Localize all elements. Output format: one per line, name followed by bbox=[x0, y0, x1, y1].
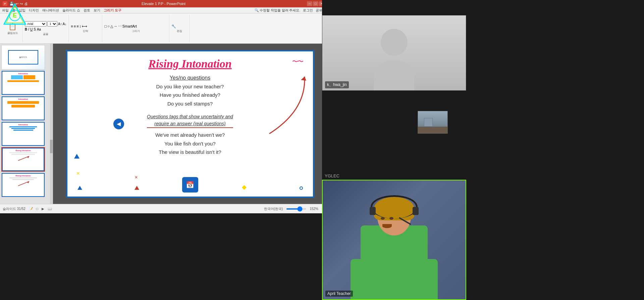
ribbon-paragraph: ≡≡≡ ↕⟷ 단락 bbox=[69, 15, 102, 42]
slide-canvas: 〜〜 Rising Intonation Yes/no questions Do… bbox=[66, 50, 314, 198]
video-small-thumb bbox=[418, 111, 448, 134]
menu-design[interactable]: 디자인 bbox=[29, 8, 39, 13]
april-teacher-label: April Teacher bbox=[325, 291, 353, 297]
menu-view[interactable]: 보기 bbox=[94, 8, 100, 13]
qt-example-3: The view is beautiful isn't it? bbox=[67, 148, 313, 157]
status-bar: 슬라이드 31/52 📝 □ ▶ 📖 한국어(한국) 152% ⊡ bbox=[0, 204, 327, 213]
view-reading-icon[interactable]: 📖 bbox=[48, 207, 52, 211]
video-khwajin: k、hwa_jin bbox=[322, 15, 466, 91]
rising-arrow bbox=[266, 70, 310, 140]
slide-thumb-27[interactable]: 27 슬라이드 bbox=[1, 45, 45, 70]
svg-marker-6 bbox=[301, 77, 306, 81]
title-bar: P 💾 ↩ ↪ 🖨 Elevate 1 P.P - PowerPoint ─ □… bbox=[0, 0, 327, 7]
bottom-cross: ✕ bbox=[135, 175, 138, 180]
zoom-slider[interactable] bbox=[286, 208, 306, 210]
yglec-container: YGLEC bbox=[322, 172, 466, 300]
minimize-button[interactable]: ─ bbox=[307, 1, 312, 6]
ribbon-editing: 🔧 편집 bbox=[169, 15, 190, 42]
logo-area: E bbox=[3, 3, 27, 27]
calendar-icon-area: 📅 bbox=[182, 177, 198, 192]
lang-indicator: 한국어(한국) bbox=[264, 207, 283, 211]
menu-slideshow[interactable]: 슬라이드 쇼 bbox=[62, 8, 80, 13]
slide-counter: 슬라이드 31/52 bbox=[3, 207, 25, 211]
menu-animation[interactable]: 애니메이션 bbox=[42, 8, 59, 13]
window-title: Elevate 1 P.P - PowerPoint bbox=[142, 2, 185, 6]
prev-slide-button[interactable]: ◀ bbox=[113, 119, 124, 129]
ribbon-drawing: □ ○ △ → ⋯ SmartArt 그리기 bbox=[102, 15, 169, 42]
slide-thumb-32[interactable]: 32 Rising Intonation bbox=[1, 173, 45, 197]
bottom-deco-circle bbox=[300, 186, 303, 190]
slide-thumb-28[interactable]: 28 Intonation bbox=[1, 71, 45, 95]
section2-title-text: Questions tags that show uncertainty and… bbox=[147, 113, 233, 128]
khwajin-label: k、hwa_jin bbox=[325, 81, 349, 88]
svg-text:E: E bbox=[13, 12, 17, 19]
menu-review[interactable]: 검토 bbox=[84, 8, 90, 13]
bottom-deco-triangle-center-left bbox=[135, 186, 139, 190]
bottom-deco-triangle-left bbox=[77, 186, 82, 190]
menu-bar: 파일 홈 삽입 디자인 애니메이션 슬라이드 쇼 검토 보기 그리기 도구 🔍 … bbox=[0, 7, 327, 13]
ribbon: 📋 클립보드 Arial 14 A↑ A↓ B I U S Aa 글꼴 bbox=[0, 13, 327, 44]
triangle-decoration bbox=[74, 154, 79, 159]
wavy-decoration: 〜〜 bbox=[292, 57, 303, 66]
bottom-deco-diamond bbox=[241, 185, 246, 189]
view-normal-icon[interactable]: □ bbox=[36, 207, 38, 211]
cross-decoration: ✕ bbox=[76, 171, 80, 176]
slide-main-area: ◀ 〜〜 Rising Intonation Yes/no questions … bbox=[53, 44, 327, 204]
right-panel: k、hwa_jin YGLEC bbox=[322, 0, 644, 300]
slide-thumb-30[interactable]: 30 Intonation bbox=[1, 122, 45, 146]
slide-thumb-31[interactable]: 31 Rising Intonation bbox=[1, 147, 45, 172]
yglec-label: YGLEC bbox=[322, 172, 466, 180]
slide-panel-scrollbar[interactable] bbox=[50, 44, 53, 204]
slide-title: Rising Intonation bbox=[67, 57, 313, 70]
video-april: April Teacher bbox=[322, 180, 466, 300]
slide-panel: 27 슬라이드 28 Intonation bbox=[0, 44, 53, 204]
ribbon-font: Arial 14 A↑ A↓ B I U S Aa 글꼴 bbox=[23, 15, 69, 42]
zoom-level: 152% bbox=[310, 207, 318, 211]
menu-drawing-tools[interactable]: 그리기 도구 bbox=[104, 8, 121, 13]
view-slideshow-icon[interactable]: ▶ bbox=[42, 207, 44, 211]
notes-icon[interactable]: 📝 bbox=[29, 207, 33, 211]
powerpoint-window: P 💾 ↩ ↪ 🖨 Elevate 1 P.P - PowerPoint ─ □… bbox=[0, 0, 327, 213]
qt-example-2: You like fish don't you? bbox=[67, 139, 313, 148]
main-content: 27 슬라이드 28 Intonation bbox=[0, 44, 327, 204]
maximize-button[interactable]: □ bbox=[313, 1, 318, 6]
slide-thumb-29[interactable]: 29 Intonation bbox=[1, 96, 45, 121]
